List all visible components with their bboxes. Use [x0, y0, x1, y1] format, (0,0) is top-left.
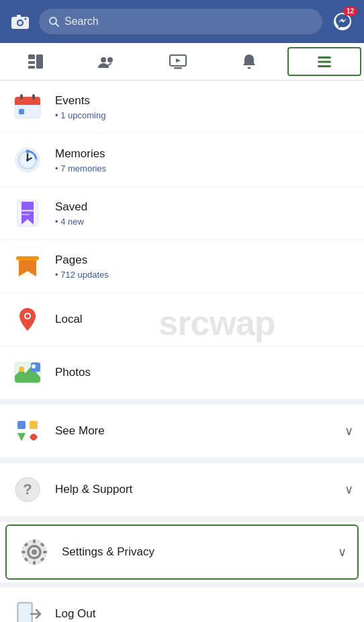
saved-text: Saved 4 new: [55, 200, 353, 226]
svg-rect-23: [20, 94, 23, 100]
tab-watch[interactable]: [142, 43, 214, 80]
svg-rect-25: [19, 109, 24, 114]
messenger-button[interactable]: 12: [329, 8, 356, 35]
logout-icon: [11, 597, 44, 622]
events-icon: [11, 90, 44, 124]
svg-rect-58: [43, 551, 47, 553]
settings-icon: [17, 535, 51, 569]
header: Search 12: [0, 0, 364, 43]
divider-3: [0, 516, 364, 522]
tab-feed[interactable]: [0, 43, 71, 80]
svg-point-12: [101, 57, 106, 63]
svg-rect-3: [17, 15, 21, 17]
svg-point-2: [18, 21, 22, 25]
local-icon: [11, 303, 44, 336]
svg-rect-47: [17, 421, 26, 429]
memories-text: Memories 7 memories: [55, 147, 353, 173]
svg-rect-26: [27, 109, 32, 114]
svg-rect-11: [36, 54, 43, 69]
settings-privacy-title: Settings & Privacy: [62, 545, 327, 559]
events-text: Events 1 upcoming: [55, 93, 353, 120]
menu-item-local[interactable]: Local: [0, 293, 364, 346]
events-title: Events: [55, 93, 353, 108]
svg-marker-15: [176, 59, 181, 63]
svg-rect-36: [21, 214, 30, 215]
svg-rect-17: [318, 56, 331, 59]
svg-rect-64: [19, 604, 31, 622]
help-support-title: Help & Support: [55, 482, 334, 497]
logout-title: Log Out: [55, 607, 353, 621]
help-support-text: Help & Support: [55, 482, 334, 497]
svg-rect-24: [32, 94, 35, 100]
svg-point-32: [26, 150, 30, 153]
svg-marker-49: [17, 433, 26, 441]
svg-text:?: ?: [23, 481, 32, 498]
memories-icon: [11, 143, 44, 177]
svg-rect-57: [21, 551, 26, 553]
help-chevron: ∨: [345, 482, 353, 497]
memories-title: Memories: [55, 147, 353, 161]
see-more-icon: [11, 414, 44, 448]
menu-item-saved[interactable]: Saved 4 new: [0, 187, 364, 240]
pages-icon: [11, 249, 44, 283]
local-text: Local: [55, 312, 353, 327]
svg-point-43: [19, 366, 24, 372]
pages-title: Pages: [55, 253, 353, 268]
see-more-chevron: ∨: [345, 424, 353, 438]
svg-point-4: [25, 18, 27, 20]
menu-item-logout[interactable]: Log Out: [0, 588, 364, 622]
photos-title: Photos: [55, 365, 353, 380]
memories-subtitle: 7 memories: [55, 163, 353, 173]
tab-notifications[interactable]: [214, 43, 285, 80]
menu-item-memories[interactable]: Memories 7 memories: [0, 134, 364, 187]
menu-item-events[interactable]: Events 1 upcoming: [0, 81, 364, 134]
divider-4: [0, 582, 364, 588]
svg-point-54: [32, 549, 37, 555]
saved-icon: [11, 196, 44, 230]
svg-rect-16: [174, 67, 182, 69]
photos-icon: [11, 356, 44, 389]
menu-list: Events 1 upcoming Memories 7 memories: [0, 81, 364, 622]
svg-rect-9: [28, 61, 35, 64]
svg-point-13: [107, 57, 113, 63]
see-more-title: See More: [55, 424, 334, 438]
help-icon: ?: [11, 473, 44, 506]
svg-rect-19: [318, 65, 331, 67]
menu-item-see-more[interactable]: See More ∨: [0, 405, 364, 458]
svg-point-31: [26, 159, 29, 161]
camera-button[interactable]: [8, 9, 32, 34]
svg-rect-18: [318, 61, 331, 63]
logout-text: Log Out: [55, 607, 353, 621]
photos-text: Photos: [55, 365, 353, 380]
menu-item-settings-privacy[interactable]: Settings & Privacy ∨: [5, 524, 359, 580]
pages-subtitle: 712 updates: [55, 270, 353, 280]
settings-privacy-text: Settings & Privacy: [62, 545, 327, 559]
menu-item-pages[interactable]: Pages 712 updates: [0, 240, 364, 293]
search-bar[interactable]: Search: [39, 9, 322, 34]
svg-rect-10: [28, 66, 35, 69]
saved-title: Saved: [55, 200, 353, 215]
svg-rect-22: [15, 102, 40, 105]
divider-1: [0, 399, 364, 405]
svg-point-45: [32, 364, 36, 368]
nav-tabs: [0, 43, 364, 81]
tab-groups[interactable]: [71, 43, 142, 80]
svg-line-6: [56, 24, 58, 26]
saved-subtitle: 4 new: [55, 217, 353, 227]
pages-text: Pages 712 updates: [55, 253, 353, 279]
svg-point-40: [26, 314, 30, 318]
svg-rect-56: [33, 561, 36, 565]
svg-rect-27: [35, 109, 39, 114]
menu-item-help-support[interactable]: ? Help & Support ∨: [0, 463, 364, 516]
events-subtitle: 1 upcoming: [55, 110, 353, 120]
svg-rect-35: [21, 210, 34, 212]
svg-rect-48: [30, 421, 38, 429]
messenger-badge-count: 12: [343, 7, 357, 15]
divider-2: [0, 458, 364, 463]
settings-chevron: ∨: [338, 545, 347, 559]
menu-item-photos[interactable]: Photos: [0, 346, 364, 399]
svg-rect-8: [28, 54, 35, 59]
search-placeholder: Search: [64, 15, 99, 28]
svg-rect-55: [33, 539, 36, 543]
tab-menu[interactable]: [287, 47, 361, 76]
